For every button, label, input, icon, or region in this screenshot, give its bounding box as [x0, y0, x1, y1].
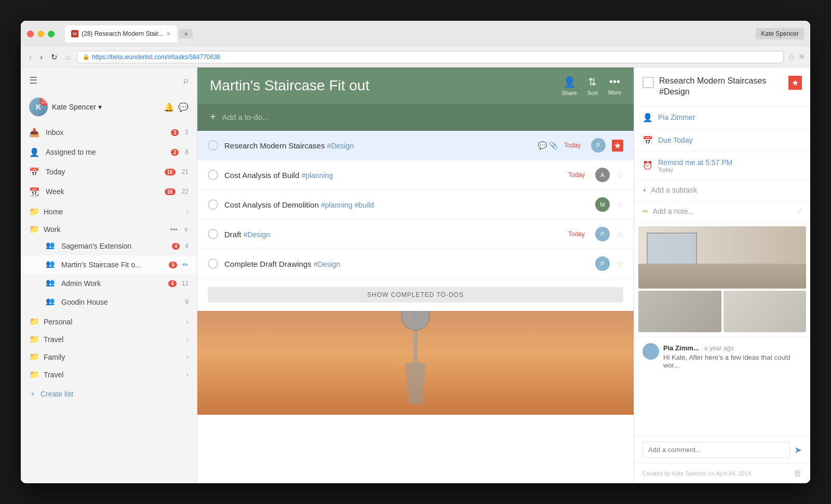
attachment-icon: 📎 — [549, 141, 558, 149]
tab-close-icon[interactable]: ✕ — [166, 31, 171, 37]
task-checkbox[interactable] — [208, 199, 218, 210]
back-button[interactable]: ‹ — [27, 51, 34, 62]
task-star[interactable]: ☆ — [616, 229, 623, 239]
add-note-row[interactable]: ✏ Add a note... ⤢ — [634, 201, 810, 222]
task-checkbox[interactable] — [208, 258, 218, 269]
task-checkbox[interactable] — [208, 140, 218, 151]
task-row[interactable]: Complete Draft Drawings #Design P ☆ — [197, 249, 634, 279]
person-icon: 👤 — [29, 147, 39, 157]
sidebar-item-assigned[interactable]: 👤 Assigned to me 2 8 — [21, 142, 197, 162]
subitem-martins[interactable]: 👥 Martin's Staircase Fit o... 5 ✏ — [21, 255, 197, 274]
browser-tab[interactable]: W (28) Research Modern Stair... ✕ — [65, 25, 177, 42]
task-name: Complete Draft Drawings #Design — [224, 260, 589, 268]
more-button[interactable]: ••• More — [608, 76, 621, 96]
sidebar-item-today[interactable]: 📅 Today 16 21 — [21, 162, 197, 182]
task-tag: #planning — [301, 171, 333, 180]
create-list-button[interactable]: ＋ Create list — [21, 382, 197, 406]
chevron-down-icon: ∨ — [184, 226, 189, 233]
section-travel[interactable]: 📁 Travel › — [21, 329, 197, 347]
hamburger-icon[interactable]: ☰ — [29, 75, 37, 86]
sagemans-badge-red: 4 — [172, 243, 180, 250]
detail-panel: Research Modern Staircases #Design ★ 👤 P… — [634, 67, 810, 483]
add-todo-bar[interactable]: + — [197, 104, 634, 131]
menu-icon[interactable]: ≡ — [799, 52, 804, 62]
edit-icon[interactable]: ✏ — [182, 261, 189, 269]
bookmark-icon[interactable]: ☆ — [788, 52, 795, 62]
calendar-detail-icon: 📅 — [642, 135, 653, 145]
task-row[interactable]: Draft #Design Today P ☆ — [197, 220, 634, 249]
section-dots[interactable]: ••• — [170, 225, 178, 234]
chat-icon[interactable]: 💬 — [178, 102, 189, 112]
travel2-label: Travel — [44, 371, 182, 379]
today-badge-red: 16 — [165, 169, 176, 175]
work-folder-icon: 📁 — [29, 224, 39, 235]
task-checkbox[interactable] — [208, 170, 218, 180]
send-icon[interactable]: ➤ — [794, 444, 802, 456]
home-button[interactable]: ⌂ — [64, 51, 73, 62]
section-travel2[interactable]: 📁 Travel › — [21, 364, 197, 382]
new-tab-button[interactable]: + — [179, 29, 193, 38]
detail-checkbox[interactable] — [642, 77, 654, 88]
bell-icon[interactable]: 🔔 — [164, 102, 174, 112]
section-personal[interactable]: 📁 Personal › — [21, 311, 197, 329]
sidebar-item-inbox[interactable]: 📥 Inbox 3 5 — [21, 122, 197, 142]
user-menu[interactable]: Kate Spencer — [756, 28, 804, 39]
show-completed-button[interactable]: SHOW COMPLETED TO-DOS — [208, 287, 623, 303]
task-name: Cost Analysis of Build #planning — [224, 171, 562, 180]
comment-author: Pia Zimm... — [663, 344, 699, 352]
task-icons: 💬 📎 — [538, 141, 558, 149]
refresh-button[interactable]: ↻ — [49, 51, 60, 63]
group2-icon: 👥 — [46, 260, 56, 270]
section-work[interactable]: 📁 Work ••• ∨ — [21, 219, 197, 237]
tab-favicon: W — [71, 30, 78, 37]
maximize-button[interactable] — [48, 31, 55, 37]
minimize-button[interactable] — [37, 31, 44, 37]
detail-reminder-row[interactable]: ⏰ Remind me at 5:57 PM Today — [634, 152, 810, 180]
comment-row: Pia Zimm... a year ago Hi Kate, After he… — [642, 343, 802, 369]
add-subtask-row[interactable]: + Add a subtask — [634, 180, 810, 201]
share-button[interactable]: 👤 Share — [561, 76, 577, 96]
tab-title: (28) Research Modern Stair... — [82, 30, 163, 37]
task-checkbox[interactable] — [208, 229, 218, 239]
sort-icon: ⇅ — [588, 76, 597, 88]
section-home[interactable]: 📁 Home › — [21, 201, 197, 219]
addressbar: ‹ › ↻ ⌂ 🔒 https://beta.wunderlist.com/#/… — [21, 47, 810, 67]
add-todo-input[interactable] — [222, 113, 621, 121]
comment-input[interactable] — [642, 442, 790, 458]
detail-due-row[interactable]: 📅 Due Today — [634, 129, 810, 152]
comment-avatar — [642, 343, 659, 360]
user-row: K 28 Kate Spencer ▾ 🔔 💬 — [21, 93, 197, 122]
bookmark-icon[interactable]: ★ — [788, 76, 802, 90]
svg-rect-3 — [415, 311, 417, 316]
task-tag: #planning #build — [321, 201, 374, 209]
travel-folder-icon: 📁 — [29, 334, 39, 345]
task-avatar: A — [595, 168, 610, 182]
trash-icon[interactable]: 🗑 — [794, 469, 802, 478]
task-star[interactable]: ☆ — [616, 170, 623, 180]
task-row[interactable]: Cost Analysis of Build #planning Today A… — [197, 160, 634, 190]
external-link-icon[interactable]: ⤢ — [797, 208, 802, 215]
task-row[interactable]: Cost Analysis of Demolition #planning #b… — [197, 190, 634, 220]
subitem-admin[interactable]: 👥 Admin Work 4 11 — [21, 274, 197, 293]
subitem-goodin[interactable]: 👥 Goodin House 9 — [21, 293, 197, 311]
forward-button[interactable]: › — [38, 51, 45, 62]
search-icon[interactable]: ⌕ — [183, 76, 189, 85]
username[interactable]: Kate Spencer ▾ — [52, 103, 102, 111]
task-row[interactable]: Research Modern Staircases #Design 💬 📎 T… — [197, 131, 634, 160]
close-button[interactable] — [27, 31, 34, 37]
sidebar-item-week[interactable]: 📆 Week 16 22 — [21, 182, 197, 201]
section-family[interactable]: 📁 Family › — [21, 347, 197, 364]
task-star[interactable]: ☆ — [616, 200, 623, 210]
room-bg — [638, 226, 806, 289]
sort-button[interactable]: ⇅ Sort — [587, 76, 598, 96]
task-star[interactable]: ★ — [612, 140, 623, 152]
detail-assignee-row[interactable]: 👤 Pia Zimmer — [634, 106, 810, 129]
sidebar-nav: 📥 Inbox 3 5 👤 Assigned to me 2 8 📅 Today… — [21, 122, 197, 483]
task-star[interactable]: ☆ — [616, 259, 623, 269]
url-bar[interactable]: 🔒 https://beta.wunderlist.com/#/tasks/58… — [77, 51, 784, 63]
travel2-folder-icon: 📁 — [29, 370, 39, 380]
due-text: Due Today — [658, 136, 693, 144]
task-due: Today — [568, 171, 585, 179]
subitem-sagemans[interactable]: 👥 Sageman's Extension 4 4 — [21, 237, 197, 255]
svg-marker-4 — [405, 363, 426, 404]
